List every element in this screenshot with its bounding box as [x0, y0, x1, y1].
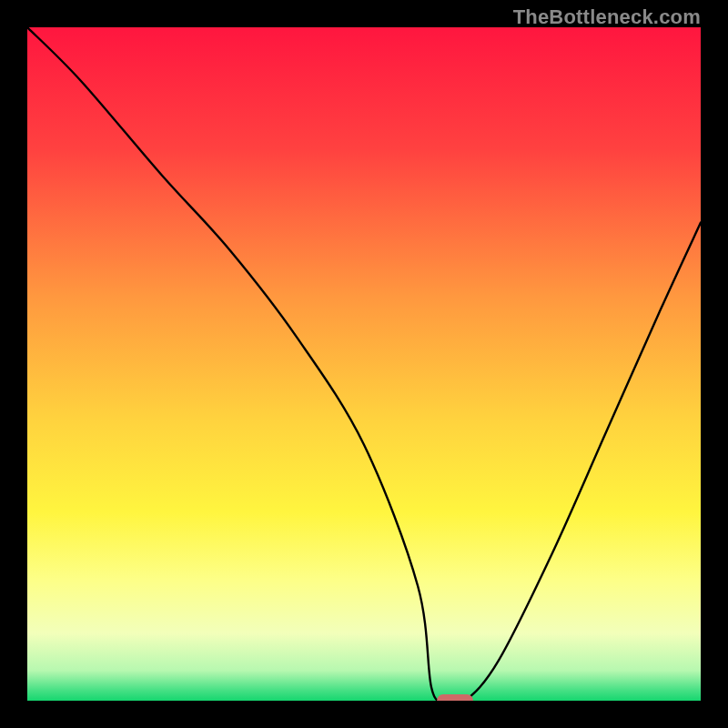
plot-area — [27, 27, 701, 701]
optimum-marker — [437, 694, 473, 701]
watermark-text: TheBottleneck.com — [513, 5, 701, 29]
chart-frame: TheBottleneck.com — [0, 0, 728, 728]
gradient-background — [27, 27, 701, 701]
chart-svg — [27, 27, 701, 701]
